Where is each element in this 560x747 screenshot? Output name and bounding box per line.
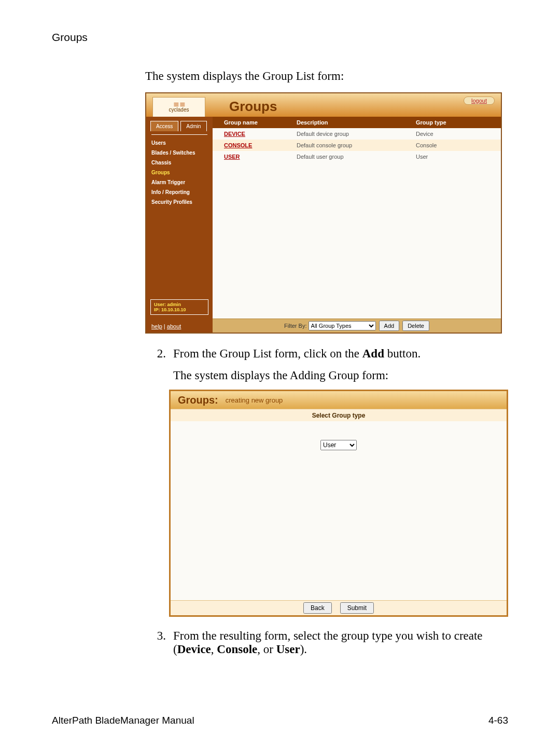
table-row: USER Default user group User <box>213 151 501 162</box>
step-number: 2. <box>145 347 173 361</box>
sidebar-item-security[interactable]: Security Profiles <box>151 197 207 207</box>
cell-type: Console <box>416 142 501 148</box>
submit-button[interactable]: Submit <box>340 602 374 614</box>
group-link[interactable]: CONSOLE <box>224 142 252 148</box>
tab-admin[interactable]: Admin <box>180 121 206 131</box>
ip-line: IP: 10.10.10.10 <box>154 307 205 312</box>
page-title: Groups <box>229 99 277 115</box>
step-text: From the resulting form, select the grou… <box>173 629 505 656</box>
s2-title: Groups: <box>178 394 218 406</box>
subline-text: The system displays the Adding Group for… <box>173 369 508 382</box>
table-footer: Filter By: All Group Types Add Delete <box>213 319 501 333</box>
footer-left: AlterPath BladeManager Manual <box>52 715 194 726</box>
th-group-type: Group type <box>416 119 501 126</box>
cell-desc: Default console group <box>297 142 416 148</box>
footer-right: 4-63 <box>488 715 508 726</box>
step-number: 3. <box>145 629 173 656</box>
select-group-type-bar: Select Group type <box>171 409 507 422</box>
sidebar-item-users[interactable]: Users <box>151 138 207 148</box>
sidebar-item-alarm[interactable]: Alarm Trigger <box>151 177 207 187</box>
user-line: User: admin <box>154 302 205 307</box>
brand-text: cyclades <box>153 107 205 113</box>
tab-access[interactable]: Access <box>150 121 178 131</box>
user-info-box: User: admin IP: 10.10.10.10 <box>150 299 208 315</box>
filter-select[interactable]: All Group Types <box>309 321 376 330</box>
back-button[interactable]: Back <box>303 602 332 614</box>
table-row: CONSOLE Default console group Console <box>213 140 501 151</box>
cell-desc: Default user group <box>297 154 416 160</box>
table-row: DEVICE Default device group Device <box>213 128 501 140</box>
help-link[interactable]: help <box>151 323 162 329</box>
group-link[interactable]: USER <box>224 154 240 160</box>
th-description: Description <box>297 119 416 126</box>
step-text: From the Group List form, click on the A… <box>173 347 505 361</box>
about-link[interactable]: about <box>167 323 181 329</box>
th-group-name: Group name <box>213 119 297 126</box>
cell-desc: Default device group <box>297 131 416 137</box>
sidebar-item-chassis[interactable]: Chassis <box>151 158 207 168</box>
filter-label: Filter By: <box>284 323 306 329</box>
adding-group-screenshot: Groups: creating new group Select Group … <box>169 390 508 617</box>
delete-button[interactable]: Delete <box>402 321 429 331</box>
brand-logo: ≣ ≣ cyclades <box>152 97 205 119</box>
logo-icon: ≣ ≣ <box>153 101 205 107</box>
add-button[interactable]: Add <box>379 321 400 331</box>
sidebar: Access Admin Users Blades / Switches Cha… <box>146 117 213 333</box>
table-header: Group name Description Group type <box>213 117 501 128</box>
sidebar-item-info[interactable]: Info / Reporting <box>151 187 207 197</box>
sidebar-item-groups[interactable]: Groups <box>151 168 207 177</box>
cell-type: User <box>416 154 501 160</box>
s2-subtitle: creating new group <box>226 396 283 404</box>
group-link[interactable]: DEVICE <box>224 131 245 137</box>
intro-text: The system displays the Group List form: <box>145 70 508 83</box>
sidebar-item-blades[interactable]: Blades / Switches <box>151 148 207 158</box>
group-type-select[interactable]: User <box>320 440 357 450</box>
running-head: Groups <box>52 31 508 44</box>
cell-type: Device <box>416 131 501 137</box>
logout-link[interactable]: logout <box>464 96 495 105</box>
group-list-screenshot: ≣ ≣ cyclades Groups logout Access Admin … <box>145 92 502 334</box>
